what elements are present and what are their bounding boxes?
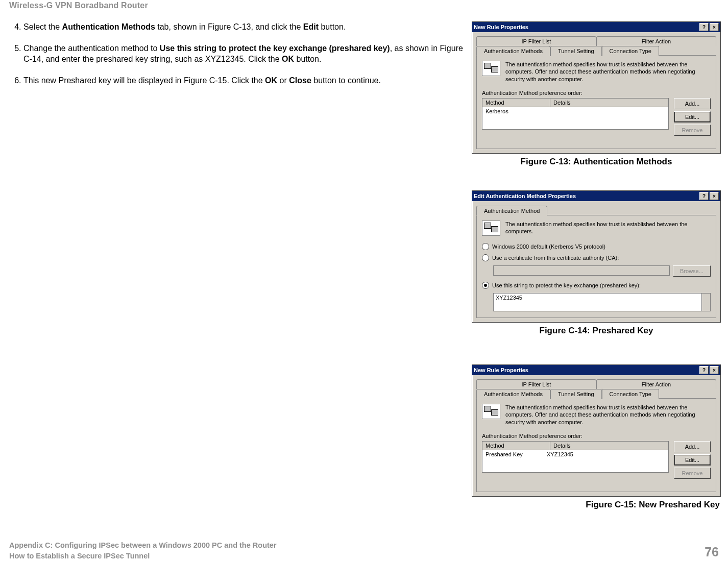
edit-button[interactable]: Edit... <box>674 111 711 123</box>
step-5: Change the authentication method to Use … <box>23 43 469 65</box>
remove-button: Remove <box>674 468 711 479</box>
instruction-column: Select the Authentication Methods tab, s… <box>9 21 469 510</box>
col-details: Details <box>550 442 668 450</box>
scrollbar[interactable] <box>702 293 711 311</box>
radio-kerberos[interactable]: Windows 2000 default (Kerberos V5 protoc… <box>482 243 711 250</box>
list-label: Authentication Method preference order: <box>482 90 711 96</box>
col-details: Details <box>550 99 668 107</box>
tab-filter-action[interactable]: Filter Action <box>596 36 716 46</box>
add-button[interactable]: Add... <box>674 98 711 109</box>
figure-c14: Edit Authentication Method Properties ? … <box>472 190 721 336</box>
network-icon <box>482 221 500 236</box>
dialog-titlebar: New Rule Properties ? × <box>472 22 720 32</box>
tab-filter-action[interactable]: Filter Action <box>596 379 716 389</box>
radio-preshared[interactable]: Use this string to protect the key excha… <box>482 282 711 289</box>
figure-c15: New Rule Properties ? × IP Filter List F… <box>472 364 721 510</box>
step-6: This new Preshared key will be displayed… <box>23 75 469 86</box>
dialog-description: The authentication method specifies how … <box>505 404 711 426</box>
remove-button: Remove <box>674 125 711 136</box>
figure-caption: Figure C-14: Preshared Key <box>472 326 721 336</box>
radio-certificate[interactable]: Use a certificate from this certificate … <box>482 254 711 261</box>
radio-icon <box>482 243 489 250</box>
tab-auth-methods[interactable]: Authentication Methods <box>476 389 550 399</box>
add-button[interactable]: Add... <box>674 441 711 452</box>
page-number: 76 <box>705 543 719 561</box>
network-icon <box>482 61 500 76</box>
footer-line1: Appendix C: Configuring IPSec between a … <box>9 540 277 550</box>
help-icon[interactable]: ? <box>699 366 709 374</box>
dialog-title: New Rule Properties <box>474 24 528 30</box>
tab-ip-filter-list[interactable]: IP Filter List <box>476 379 596 389</box>
dialog-description: The authentication method specifies how … <box>505 221 711 235</box>
footer-line2: How to Establish a Secure IPSec Tunnel <box>9 551 277 561</box>
method-list[interactable]: Method Details Preshared Key XYZ12345 <box>482 441 669 473</box>
tab-tunnel-setting[interactable]: Tunnel Setting <box>550 46 602 56</box>
close-icon[interactable]: × <box>710 23 719 31</box>
list-row[interactable]: Preshared Key XYZ12345 <box>482 450 668 458</box>
tab-auth-method[interactable]: Authentication Method <box>476 206 547 216</box>
col-method: Method <box>482 442 550 450</box>
close-icon[interactable]: × <box>710 192 719 200</box>
dialog-description: The authentication method specifies how … <box>505 61 711 83</box>
doc-header: Wireless-G VPN Boradband Router <box>9 0 719 10</box>
tab-tunnel-setting[interactable]: Tunnel Setting <box>550 389 602 399</box>
step-4: Select the Authentication Methods tab, s… <box>23 21 469 33</box>
radio-icon <box>482 254 489 261</box>
close-icon[interactable]: × <box>710 366 719 374</box>
preshared-key-field[interactable]: XYZ12345 <box>493 293 702 311</box>
network-icon <box>482 404 500 419</box>
tab-connection-type[interactable]: Connection Type <box>602 46 659 56</box>
radio-icon <box>482 282 489 289</box>
dialog-title: New Rule Properties <box>474 367 528 373</box>
col-method: Method <box>482 99 550 107</box>
figure-c13: New Rule Properties ? × IP Filter List F… <box>472 21 721 167</box>
dialog-titlebar: New Rule Properties ? × <box>472 365 720 375</box>
ca-field <box>493 265 670 276</box>
browse-button: Browse... <box>673 265 711 277</box>
dialog-titlebar: Edit Authentication Method Properties ? … <box>472 191 720 201</box>
page-footer: Appendix C: Configuring IPSec between a … <box>9 540 719 561</box>
method-list[interactable]: Method Details Kerberos <box>482 98 669 130</box>
figure-caption: Figure C-15: New Preshared Key <box>472 500 721 510</box>
tab-connection-type[interactable]: Connection Type <box>602 389 659 399</box>
dialog-title: Edit Authentication Method Properties <box>474 193 576 199</box>
tab-ip-filter-list[interactable]: IP Filter List <box>476 36 596 46</box>
edit-button[interactable]: Edit... <box>674 454 711 466</box>
figure-caption: Figure C-13: Authentication Methods <box>472 157 721 167</box>
tab-auth-methods[interactable]: Authentication Methods <box>476 46 550 56</box>
help-icon[interactable]: ? <box>699 192 709 200</box>
help-icon[interactable]: ? <box>699 23 709 31</box>
list-label: Authentication Method preference order: <box>482 433 711 439</box>
list-row[interactable]: Kerberos <box>482 107 668 115</box>
